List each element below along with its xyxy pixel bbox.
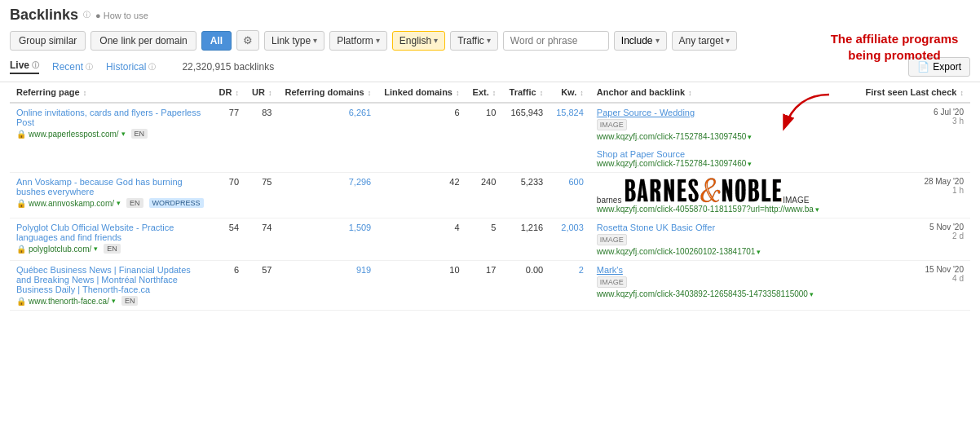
- anchor-cell: Mark's IMAGE www.kqzyfj.com/click-340389…: [590, 261, 859, 311]
- col-ext: Ext. ↕: [466, 82, 503, 103]
- page-title: Backlinks: [10, 7, 78, 24]
- kw-value: 600: [550, 173, 590, 218]
- anchor-link[interactable]: Shop at Paper Source: [597, 149, 685, 159]
- chevron-icon: ▾: [121, 130, 126, 138]
- linked-domains-value: 6: [377, 103, 466, 173]
- chevron-icon: ▾: [112, 297, 116, 305]
- chevron-icon: ▾: [94, 245, 98, 253]
- page-title-link[interactable]: Ann Voskamp - because God has burning bu…: [16, 177, 206, 196]
- backlink-url-text: www.kqzyfj.com/click-3403892-12658435-14…: [597, 289, 808, 298]
- ref-domains-value[interactable]: 7,296: [278, 173, 377, 218]
- dr-value: 6: [213, 261, 245, 311]
- sort-icon-ur[interactable]: ↕: [268, 89, 272, 97]
- domain-link[interactable]: www.thenorth-face.ca/: [29, 297, 109, 306]
- traffic-dropdown[interactable]: Traffic: [450, 31, 498, 51]
- image-tag: [624, 177, 783, 203]
- url-chevron-icon: ▾: [810, 290, 814, 298]
- anchor-cell: Rosetta Stone UK Basic Offer IMAGE www.k…: [590, 218, 859, 261]
- settings-button[interactable]: ⚙: [236, 30, 259, 51]
- page-title-link[interactable]: Québec Business News | Financial Updates…: [16, 265, 206, 294]
- ur-value: 75: [245, 173, 278, 218]
- image-tag: IMAGE: [597, 119, 627, 130]
- link-type-dropdown[interactable]: Link type: [264, 31, 324, 51]
- table-row: Ann Voskamp - because God has burning bu…: [10, 173, 970, 218]
- platform-dropdown[interactable]: Platform: [329, 31, 387, 51]
- domain-link[interactable]: www.paperlesspost.com/: [29, 130, 119, 139]
- tag-en: EN: [104, 244, 121, 254]
- backlink-url-text: www.kqzyfj.com/click-100260102-13841701: [597, 247, 756, 256]
- referring-page-cell: Québec Business News | Financial Updates…: [10, 261, 213, 311]
- domain-link[interactable]: polyglotclub.com/: [29, 245, 91, 254]
- date-cell: 28 May '20 1 h: [859, 173, 970, 218]
- ref-domains-value[interactable]: 1,509: [278, 218, 377, 261]
- backlink-url[interactable]: www.kqzyfj.com/click-100260102-13841701▾: [597, 247, 853, 256]
- sort-icon-linked[interactable]: ↕: [456, 89, 460, 97]
- sort-icon-kw[interactable]: ↕: [580, 89, 584, 97]
- ref-domains-value[interactable]: 919: [278, 261, 377, 311]
- traffic-value: 0.00: [502, 261, 550, 311]
- tab-live[interactable]: Live ⓘ: [10, 60, 39, 74]
- anchor-text: barnes IMAGE: [597, 196, 810, 205]
- toolbar: Group similar One link per domain All ⚙ …: [10, 30, 970, 51]
- sort-icon-dr[interactable]: ↕: [236, 89, 240, 97]
- first-seen-date: 6 Jul '20: [866, 108, 964, 117]
- ext-value: 17: [466, 261, 503, 311]
- backlink-url[interactable]: www.kqzyfj.com/click-3403892-12658435-14…: [597, 289, 853, 298]
- group-similar-button[interactable]: Group similar: [10, 31, 86, 51]
- domain-link[interactable]: www.annvoskamp.com/: [29, 199, 114, 208]
- recent-info-icon: ⓘ: [86, 62, 93, 73]
- backlinks-count: 22,320,915 backlinks: [182, 61, 274, 73]
- how-to-use-link[interactable]: ● How to use: [95, 11, 148, 20]
- dr-value: 54: [213, 218, 245, 261]
- english-dropdown[interactable]: English: [392, 31, 445, 51]
- table-container: Referring page ↕ DR ↕ UR ↕ Referring dom…: [0, 82, 980, 311]
- anchor-link[interactable]: Paper Source - Wedding: [597, 108, 695, 117]
- sort-icon-referring[interactable]: ↕: [83, 89, 87, 97]
- ext-value: 240: [466, 173, 503, 218]
- tab-recent[interactable]: Recent ⓘ: [52, 61, 93, 73]
- export-icon: 📄: [917, 61, 929, 73]
- page-title-link[interactable]: Polyglot Club Official Website - Practic…: [16, 223, 206, 242]
- lock-icon: 🔒: [16, 245, 26, 254]
- all-button[interactable]: All: [201, 31, 232, 51]
- anchor-link[interactable]: Rosetta Stone UK Basic Offer: [597, 223, 715, 232]
- ref-domains-value[interactable]: 6,261: [278, 103, 377, 173]
- url-chevron-icon: ▾: [748, 160, 752, 168]
- traffic-value: 1,216: [502, 218, 550, 261]
- sort-icon-ext[interactable]: ↕: [492, 89, 497, 97]
- sort-icon-dates[interactable]: ↕: [960, 89, 965, 97]
- tag-en: EN: [126, 198, 143, 208]
- col-ur: UR ↕: [245, 82, 278, 103]
- ur-value: 74: [245, 218, 278, 261]
- first-seen-date: 15 Nov '20: [866, 265, 964, 274]
- anchor-item: Mark's IMAGE www.kqzyfj.com/click-340389…: [597, 265, 853, 298]
- any-target-dropdown[interactable]: Any target: [672, 31, 738, 51]
- backlink-url-text: www.kqzyfj.com/click-7152784-13097460: [597, 159, 746, 168]
- col-referring-page: Referring page ↕: [10, 82, 213, 103]
- page-title-link[interactable]: Online invitations, cards and flyers - P…: [16, 108, 206, 127]
- ur-value: 83: [245, 103, 278, 173]
- chevron-icon: ▾: [117, 199, 121, 207]
- tab-historical[interactable]: Historical ⓘ: [106, 61, 156, 73]
- sort-icon-ref[interactable]: ↕: [368, 89, 372, 97]
- anchor-link[interactable]: Mark's: [597, 265, 623, 275]
- referring-page-cell: Polyglot Club Official Website - Practic…: [10, 218, 213, 261]
- url-chevron-icon: ▾: [815, 205, 819, 214]
- dr-value: 70: [213, 173, 245, 218]
- backlink-url-text: www.kqzyfj.com/click-4055870-11811597?ur…: [597, 205, 814, 214]
- word-phrase-input[interactable]: [503, 31, 609, 51]
- image-tag: IMAGE: [597, 276, 627, 288]
- ext-value: 10: [466, 103, 503, 173]
- last-check: 1 h: [866, 186, 964, 195]
- backlink-url[interactable]: www.kqzyfj.com/click-7152784-13097460▾: [597, 159, 853, 168]
- tag-wordpress: WORDPRESS: [149, 198, 204, 208]
- referring-page-cell: Online invitations, cards and flyers - P…: [10, 103, 213, 173]
- one-link-per-domain-button[interactable]: One link per domain: [90, 31, 196, 51]
- traffic-value: 5,233: [502, 173, 550, 218]
- sort-icon-traffic[interactable]: ↕: [540, 89, 544, 97]
- include-dropdown[interactable]: Include: [614, 31, 667, 51]
- first-seen-date: 28 May '20: [866, 177, 964, 186]
- sort-icon-anchor[interactable]: ↕: [688, 89, 692, 97]
- lock-icon: 🔒: [16, 297, 26, 306]
- backlink-url[interactable]: www.kqzyfj.com/click-4055870-11811597?ur…: [597, 205, 853, 214]
